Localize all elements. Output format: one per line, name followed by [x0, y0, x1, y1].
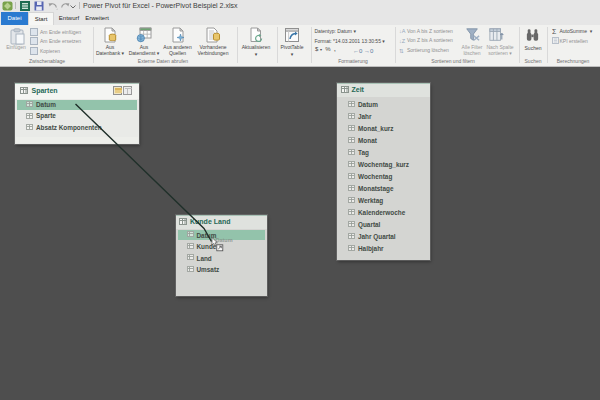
- svg-text:←0: ←0: [353, 48, 363, 54]
- svg-text:Datum: Datum: [216, 237, 233, 243]
- svg-text:⇅: ⇅: [399, 48, 404, 54]
- svg-text:→0: →0: [364, 48, 374, 54]
- svg-text:↓A: ↓A: [399, 28, 406, 34]
- svg-text:Σ: Σ: [552, 28, 557, 35]
- svg-text:↓Z: ↓Z: [399, 38, 406, 44]
